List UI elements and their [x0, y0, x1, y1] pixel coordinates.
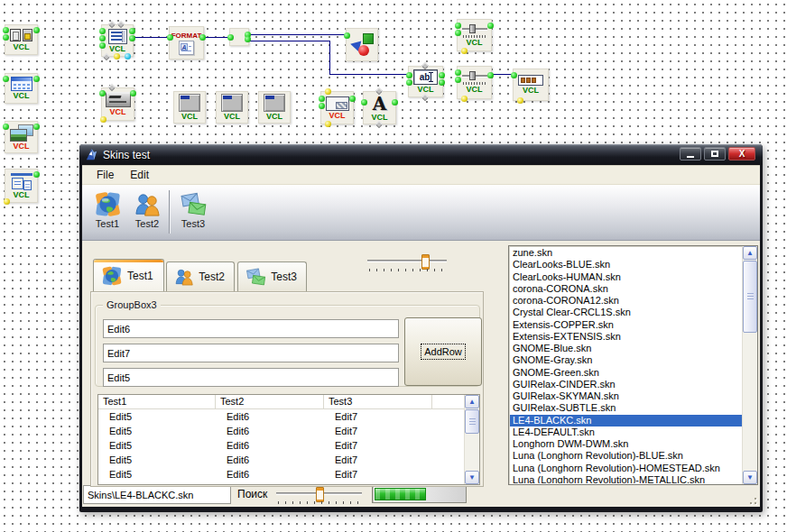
groupbox-component-2[interactable]: VCL	[216, 91, 248, 124]
listbox-component[interactable]: VCL	[101, 24, 134, 57]
connection-handle[interactable]	[129, 28, 135, 34]
connection-handle[interactable]	[227, 34, 234, 41]
list-item[interactable]: GUIRelax-SKYMAN.skn	[510, 390, 742, 402]
edit-component[interactable]: ab VCL	[408, 66, 443, 97]
connection-handle[interactable]	[4, 198, 10, 205]
connection-handle[interactable]	[33, 124, 40, 130]
slider-thumb[interactable]	[316, 487, 324, 502]
connection-handle[interactable]	[349, 96, 356, 102]
list-item[interactable]: Extensis-COPPER.skn	[510, 319, 742, 331]
shapes-component[interactable]	[346, 28, 378, 61]
panel-component[interactable]: VCL	[320, 91, 354, 124]
resize-grip[interactable]	[745, 493, 756, 504]
connection-handle[interactable]	[99, 90, 106, 96]
font-component[interactable]: A VCL	[363, 91, 396, 124]
list-item[interactable]: GNOME-Gray.skn	[510, 354, 742, 366]
connection-handle[interactable]	[361, 99, 367, 105]
skin-path-field[interactable]	[83, 485, 231, 504]
grid-scrollbar[interactable]: ▲ ▼	[464, 395, 479, 484]
progressbar-component[interactable]: VCL	[513, 69, 549, 101]
connection-handle[interactable]	[517, 97, 523, 104]
table-row[interactable]: Edit5Edit6Edit7	[98, 439, 464, 454]
connection-handle[interactable]	[406, 72, 412, 78]
connection-handle[interactable]	[325, 88, 331, 95]
search-slider[interactable]	[276, 485, 362, 505]
list-item[interactable]: Luna (Longhorn Revolution)-HOMESTEAD.skn	[510, 463, 742, 474]
addrow-button[interactable]: AddRow	[404, 317, 482, 386]
tab-test3[interactable]: Test3	[237, 261, 307, 291]
slider-component-2[interactable]: VCL	[457, 66, 492, 99]
groupbox-component-3[interactable]: VCL	[258, 91, 291, 124]
list-item[interactable]: ClearLooks-HUMAN.skn	[510, 271, 742, 283]
connection-handle[interactable]	[245, 36, 251, 42]
junction-component[interactable]	[229, 28, 249, 46]
list-item[interactable]: Luna (Longhorn Revolution)-METALLIC.skn	[510, 474, 742, 483]
edit5-field[interactable]	[103, 368, 399, 387]
list-item[interactable]: GNOME-Blue.skn	[510, 343, 742, 354]
image-component[interactable]: VCL	[5, 121, 38, 153]
menu-edit[interactable]: Edit	[124, 167, 155, 183]
connection-handle[interactable]	[487, 72, 494, 78]
connection-handle[interactable]	[3, 124, 9, 130]
connection-handle[interactable]	[167, 34, 173, 41]
connection-handle[interactable]	[3, 76, 9, 82]
connection-handle[interactable]	[130, 90, 136, 96]
list-item[interactable]: corona-CORONA12.skn	[510, 295, 742, 307]
connection-handle[interactable]	[129, 35, 135, 41]
connection-handle[interactable]	[108, 84, 116, 91]
titlebar[interactable]: Skins test X	[79, 144, 763, 165]
connection-handle[interactable]	[455, 23, 461, 29]
connection-handle[interactable]	[487, 23, 494, 29]
connection-handle[interactable]	[455, 30, 461, 36]
table-row[interactable]: Edit5Edit6Edit7	[98, 454, 464, 468]
connection-handle[interactable]	[439, 72, 445, 78]
list-item[interactable]: Crystal Clear-CRCL1S.skn	[510, 307, 742, 318]
connection-handle[interactable]	[103, 53, 110, 60]
connection-handle[interactable]	[461, 48, 468, 54]
top-slider[interactable]	[367, 253, 447, 271]
connection-handle[interactable]	[99, 28, 106, 34]
connection-handle[interactable]	[33, 27, 40, 33]
scroll-down-button[interactable]: ▼	[465, 471, 479, 484]
connection-handle[interactable]	[455, 77, 461, 83]
list-item[interactable]: Extensis-EXTENSIS.skn	[510, 331, 742, 343]
connection-handle[interactable]	[375, 121, 383, 128]
connection-handle[interactable]	[33, 76, 40, 82]
groupbox-component-1[interactable]: VCL	[173, 91, 206, 124]
toolbar-test1-button[interactable]: Test1	[88, 188, 127, 229]
slider-thumb[interactable]	[421, 254, 430, 270]
toolbar-test3-button[interactable]: Test3	[173, 188, 213, 229]
scroll-thumb[interactable]	[465, 409, 479, 434]
table-row[interactable]: Edit5Edit6Edit7	[98, 410, 464, 425]
scroll-thumb[interactable]	[743, 261, 757, 333]
dialog-component[interactable]: VCL	[5, 24, 38, 55]
connection-handle[interactable]	[99, 35, 106, 41]
connection-handle[interactable]	[99, 42, 106, 49]
list-item[interactable]: LE4-BLACKC.skn	[510, 415, 742, 427]
connection-handle[interactable]	[33, 171, 40, 178]
connection-handle[interactable]	[125, 53, 131, 60]
connection-handle[interactable]	[511, 72, 517, 78]
table-row[interactable]: Edit5Edit6Edit7	[98, 482, 464, 484]
connection-handle[interactable]	[100, 116, 106, 123]
connection-handle[interactable]	[344, 32, 350, 39]
connection-handle[interactable]	[3, 27, 9, 33]
form-component[interactable]: VCL	[5, 73, 38, 104]
list-item[interactable]: ClearLooks-BLUE.skn	[510, 259, 742, 271]
device-component[interactable]: VCL	[101, 87, 134, 121]
slider-component-1[interactable]: VCL	[457, 19, 492, 51]
edit6-field[interactable]	[103, 319, 399, 338]
toolbar-test2-button[interactable]: Test2	[127, 188, 167, 229]
grid-column-header[interactable]: Test2	[216, 395, 324, 408]
connection-handle[interactable]	[439, 79, 445, 86]
connection-handle[interactable]	[319, 103, 325, 109]
list-item[interactable]: GUIRelax-SUBTLE.skn	[510, 402, 742, 414]
connection-handle[interactable]	[421, 62, 429, 69]
list-item[interactable]: GUIRelax-CINDER.skn	[510, 379, 742, 390]
scroll-up-button[interactable]: ▲	[743, 246, 757, 260]
list-item[interactable]: Longhorn DWM-DWM.skn	[510, 438, 742, 450]
list-item[interactable]: GNOME-Green.skn	[510, 367, 742, 379]
listbox-scrollbar[interactable]: ▲ ▼	[742, 246, 757, 484]
connection-handle[interactable]	[406, 79, 412, 86]
connection-handle[interactable]	[421, 94, 429, 101]
